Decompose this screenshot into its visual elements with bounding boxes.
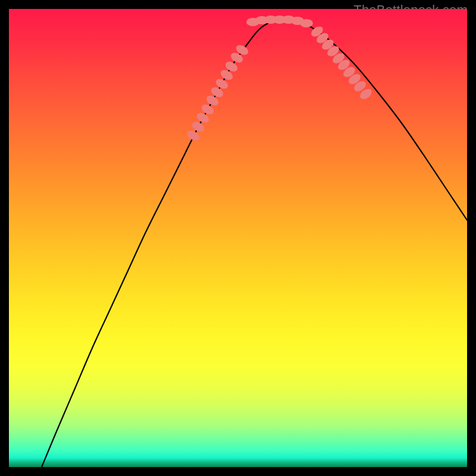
plot-area: [9, 9, 467, 467]
curve-layer: [9, 9, 467, 467]
highlight-dots: [186, 15, 374, 143]
bottleneck-curve: [42, 20, 467, 467]
chart-stage: TheBottleneck.com: [0, 0, 476, 476]
highlight-dot: [300, 19, 313, 27]
